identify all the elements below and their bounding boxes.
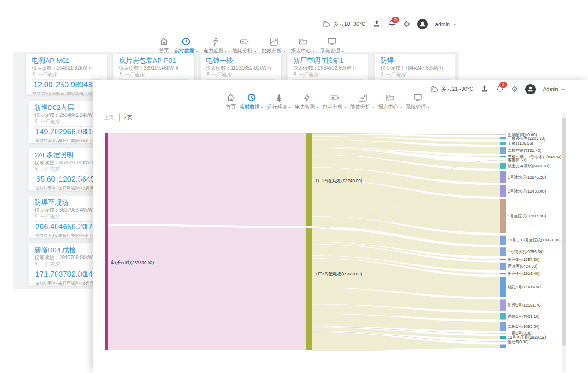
stat-value: 12.00	[33, 81, 54, 89]
sankey-node-end[interactable]	[500, 156, 506, 157]
nav-item-chart[interactable]: 能效分析	[262, 37, 286, 54]
card-reading: 仪表读数：11231652.00kW·h	[206, 65, 275, 71]
stat-cell: 3782.80当日用能(kW·h)	[57, 270, 81, 287]
chevron-down-icon	[372, 107, 374, 109]
nav-item-bolt[interactable]: 电力监测	[203, 37, 227, 54]
nav-item-home[interactable]: 首页	[226, 93, 236, 110]
upload-icon	[481, 85, 489, 94]
sankey-end-label: 防焊1号(12191.76)	[508, 303, 542, 307]
nav-item-battery[interactable]: 能耗分析	[323, 93, 347, 110]
nav-item-folder[interactable]: 报表中心	[378, 93, 402, 110]
sankey-end-label: 二铜1号(9393.84)	[508, 324, 540, 329]
location-pin-icon	[34, 213, 38, 219]
nav-item-bolt[interactable]: 电力监测	[295, 93, 319, 110]
settings-button[interactable]: ⚙	[511, 85, 518, 93]
sankey-node-end[interactable]	[500, 259, 506, 260]
monitor-icon	[413, 93, 422, 102]
sankey-node-end[interactable]	[500, 263, 506, 270]
chevron-down-icon	[289, 107, 291, 109]
upload-button[interactable]	[373, 19, 381, 29]
nav-label: 系统管理	[320, 47, 340, 54]
sankey-node-end[interactable]	[500, 345, 506, 348]
stat-label: 当日用能(kW·h)	[59, 233, 80, 239]
upload-button[interactable]	[481, 85, 489, 94]
username-dropdown[interactable]: admin	[435, 21, 456, 28]
sankey-node-source[interactable]	[105, 133, 108, 350]
chart-icon	[358, 93, 367, 102]
nav-item-monitor[interactable]: 系统管理	[406, 93, 430, 110]
sankey-node-end[interactable]	[500, 134, 506, 135]
vertical-scrollbar[interactable]	[562, 112, 566, 372]
user-menu[interactable]	[417, 19, 428, 29]
sankey-node-end[interactable]	[500, 299, 506, 311]
sankey-node-end[interactable]	[500, 341, 506, 342]
sankey-end-label: 压合3号(1357.60)	[508, 257, 540, 262]
scrollbar-thumb[interactable]	[562, 118, 566, 346]
energy-sankey-chart: 电(千瓦时)(257830.00)1厂1号配电柜(92740.00)1厂3号配电…	[93, 107, 571, 351]
nav-item-chart[interactable]: 能效分析	[350, 93, 374, 110]
stat-value: 4656.20	[59, 223, 80, 231]
sankey-node-end[interactable]	[500, 336, 506, 339]
nav-item-home[interactable]: 首页	[159, 37, 169, 54]
stat-cell: 2966.08当日用能(kW·h)	[57, 127, 81, 144]
clock-icon	[182, 37, 191, 46]
nav-label: 报表中心	[378, 104, 398, 110]
sankey-node-end[interactable]	[500, 247, 506, 256]
sankey-node-end[interactable]	[500, 142, 506, 145]
home-icon	[226, 93, 235, 102]
card-location: 一厂电房	[206, 71, 275, 77]
user-menu[interactable]	[525, 84, 536, 94]
sankey-node-end[interactable]	[500, 333, 506, 334]
sankey-node-end[interactable]	[500, 236, 506, 245]
stat-cell: 149.70当前功率(KW)	[34, 127, 57, 144]
sankey-node-end[interactable]	[500, 199, 506, 233]
sankey-node-end[interactable]	[500, 147, 506, 154]
sankey-end-label: 1号纯水机(9786.30)	[508, 250, 544, 254]
location-pin-icon	[34, 118, 38, 124]
battery-icon	[240, 37, 249, 46]
stat-label: 当日用能(kW·h)	[59, 280, 80, 286]
nav-item-battery[interactable]: 能耗分析	[233, 37, 257, 54]
stat-cell: 206.40当前功率(KW)	[34, 222, 57, 239]
sankey-node-end[interactable]	[500, 277, 506, 297]
card-title: 底片房包装AP-P01	[119, 57, 188, 64]
settings-button[interactable]: ⚙	[403, 20, 410, 28]
flow-source-to-mid1	[108, 133, 306, 226]
sankey-node-end[interactable]	[500, 171, 506, 183]
nav-item-tree[interactable]: 运行环境	[267, 93, 291, 110]
stat-cell: 1202.56当日用能(kW·h)	[57, 175, 81, 192]
notifications-button[interactable]: 2	[496, 85, 504, 94]
nav-label: 系统管理	[406, 104, 426, 110]
card-reading: 仪表读数：289119.46kW·h	[119, 65, 188, 71]
sankey-node-mid2[interactable]	[306, 228, 312, 350]
sankey-node-end[interactable]	[500, 163, 506, 169]
card-divider	[119, 79, 188, 80]
chevron-down-icon	[341, 51, 344, 53]
sankey-node-end[interactable]	[500, 160, 506, 160]
sankey-node-mid1[interactable]	[306, 133, 312, 226]
chevron-down-icon	[427, 107, 430, 109]
username-dropdown[interactable]: Admin	[543, 86, 565, 93]
chevron-down-icon	[254, 51, 257, 53]
stat-value: 250.98	[56, 81, 77, 89]
card-title: 电测AP-M01	[32, 57, 101, 64]
sankey-node-end[interactable]	[500, 322, 506, 331]
nav-item-clock[interactable]: 实时数据	[174, 37, 198, 54]
sankey-node-end[interactable]	[500, 137, 506, 139]
sankey-node-end[interactable]	[500, 185, 506, 197]
nav-item-folder[interactable]: 报表中心	[291, 37, 315, 54]
card-reading: 仪表读数：164621.82kW·h	[32, 65, 101, 71]
nav-item-monitor[interactable]: 系统管理	[320, 37, 344, 54]
nav-item-clock[interactable]: 实时数据	[239, 93, 263, 110]
sankey-end-label: 内层1号(7001.10)	[508, 314, 540, 319]
stat-label: 当日用能(kW·h)	[56, 91, 77, 97]
sankey-node-end[interactable]	[500, 273, 506, 274]
sankey-end-label: 12号、13号空压机(10471.80)	[508, 238, 561, 242]
sankey-node-end[interactable]	[500, 313, 506, 319]
weather-widget: 多云18~30℃	[322, 19, 365, 29]
chevron-down-icon	[344, 107, 347, 109]
battery-icon	[330, 93, 339, 102]
person-icon	[527, 85, 534, 94]
card-location-text: 一厂电房	[124, 72, 144, 77]
notifications-button[interactable]: 5	[388, 19, 396, 29]
